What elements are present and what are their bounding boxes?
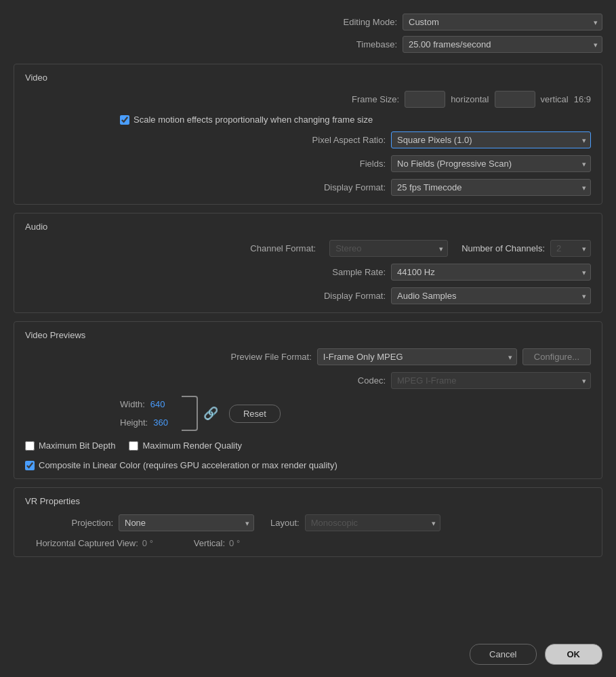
cancel-button[interactable]: Cancel [470, 644, 536, 665]
audio-display-format-label: Display Format: [297, 291, 386, 301]
codec-select-wrapper[interactable]: MPEG I-Frame [391, 372, 591, 389]
preview-format-row: Preview File Format: I-Frame Only MPEG C… [25, 348, 591, 365]
editing-mode-select-wrapper[interactable]: Custom [403, 14, 602, 30]
layout-select[interactable]: Monoscopic [305, 514, 440, 531]
width-row: Width: 640 [120, 399, 168, 409]
video-section-title: Video [25, 73, 591, 83]
preview-format-select[interactable]: I-Frame Only MPEG [317, 348, 517, 365]
max-bit-depth-item: Maximum Bit Depth [25, 440, 115, 451]
horizontal-label: horizontal [451, 94, 489, 104]
preview-checkboxes-row: Maximum Bit Depth Maximum Render Quality [25, 438, 591, 453]
pixel-aspect-select-wrapper[interactable]: Square Pixels (1.0) [391, 131, 591, 148]
num-channels-label: Number of Channels: [461, 243, 545, 253]
preview-format-select-wrapper[interactable]: I-Frame Only MPEG [317, 348, 517, 365]
max-render-quality-item: Maximum Render Quality [129, 440, 242, 451]
editing-mode-label: Editing Mode: [309, 17, 397, 27]
h-view-group: Horizontal Captured View: 0 ° [36, 538, 153, 548]
vr-angles-row: Horizontal Captured View: 0 ° Vertical: … [25, 538, 591, 548]
height-value: 360 [153, 417, 168, 428]
layout-group: Layout: Monoscopic [270, 514, 440, 531]
height-label: Height: [120, 417, 148, 428]
max-bit-depth-label: Maximum Bit Depth [39, 440, 115, 451]
max-render-quality-checkbox[interactable] [129, 441, 138, 451]
sample-rate-label: Sample Rate: [297, 267, 386, 277]
projection-select[interactable]: None [119, 514, 254, 531]
fields-select[interactable]: No Fields (Progressive Scan) [391, 155, 591, 172]
bottom-buttons: Cancel OK [14, 633, 602, 670]
channel-format-label: Channel Format: [228, 243, 316, 253]
projection-group: Projection: None [25, 514, 254, 531]
max-bit-depth-checkbox[interactable] [25, 441, 35, 451]
timebase-label: Timebase: [309, 39, 397, 49]
audio-channel-row: Channel Format: Stereo Number of Channel… [25, 240, 591, 257]
ok-button[interactable]: OK [545, 644, 603, 665]
dimensions-with-bracket: Width: 640 Height: 360 🔗 Reset [120, 396, 591, 431]
height-row: Height: 360 [120, 417, 168, 428]
h-view-value: 0 ° [142, 538, 153, 548]
sample-rate-select[interactable]: 44100 Hz [391, 264, 591, 281]
editing-mode-select[interactable]: Custom [403, 14, 602, 30]
num-channels-select[interactable]: 2 [550, 240, 591, 257]
fields-label: Fields: [297, 159, 386, 169]
scale-checkbox-row: Scale motion effects proportionally when… [25, 115, 591, 125]
video-display-format-row: Display Format: 25 fps Timecode [25, 179, 591, 196]
scale-checkbox-label: Scale motion effects proportionally when… [134, 115, 373, 125]
scale-checkbox[interactable] [120, 115, 129, 125]
composite-checkbox[interactable] [25, 461, 35, 470]
vr-section-title: VR Properties [25, 496, 591, 506]
layout-select-wrapper[interactable]: Monoscopic [305, 514, 440, 531]
vertical-view-group: Vertical: 0 ° [194, 538, 240, 548]
codec-select[interactable]: MPEG I-Frame [391, 372, 591, 389]
projection-select-wrapper[interactable]: None [119, 514, 254, 531]
video-display-format-select[interactable]: 25 fps Timecode [391, 179, 591, 196]
vr-section: VR Properties Projection: None Layout: M… [14, 487, 602, 557]
projection-label: Projection: [25, 518, 113, 528]
fields-select-wrapper[interactable]: No Fields (Progressive Scan) [391, 155, 591, 172]
channel-format-select[interactable]: Stereo [329, 240, 448, 257]
pixel-aspect-label: Pixel Aspect Ratio: [297, 135, 386, 145]
width-value: 640 [150, 399, 165, 409]
vertical-value: 0 ° [229, 538, 240, 548]
frame-size-row: Frame Size: 640 horizontal 360 vertical … [25, 91, 591, 108]
video-previews-fields: Preview File Format: I-Frame Only MPEG C… [25, 348, 591, 470]
video-section: Video Frame Size: 640 horizontal 360 ver… [14, 64, 602, 205]
reset-button[interactable]: Reset [229, 405, 281, 423]
timebase-select[interactable]: 25.00 frames/second [403, 36, 602, 53]
timebase-select-wrapper[interactable]: 25.00 frames/second [403, 36, 602, 53]
chain-icon: 🔗 [203, 406, 218, 421]
layout-label: Layout: [270, 518, 300, 528]
frame-height-input[interactable]: 360 [495, 91, 535, 108]
vr-projection-row: Projection: None Layout: Monoscopic [25, 514, 591, 531]
vertical-label: vertical [541, 94, 569, 104]
video-previews-title: Video Previews [25, 330, 591, 340]
timebase-row: Timebase: 25.00 frames/second [14, 36, 602, 53]
audio-display-format-select[interactable]: Audio Samples [391, 287, 591, 304]
frame-size-label: Frame Size: [311, 94, 399, 104]
preview-format-label: Preview File Format: [224, 352, 312, 362]
num-channels-group: Number of Channels: 2 [461, 240, 591, 257]
num-channels-select-wrapper[interactable]: 2 [550, 240, 591, 257]
composite-checkbox-item: Composite in Linear Color (requires GPU … [25, 460, 591, 470]
video-previews-section: Video Previews Preview File Format: I-Fr… [14, 321, 602, 479]
audio-display-format-select-wrapper[interactable]: Audio Samples [391, 287, 591, 304]
pixel-aspect-select[interactable]: Square Pixels (1.0) [391, 131, 591, 148]
editing-mode-row: Editing Mode: Custom [14, 14, 602, 30]
width-label: Width: [120, 399, 145, 409]
video-display-format-select-wrapper[interactable]: 25 fps Timecode [391, 179, 591, 196]
composite-label: Composite in Linear Color (requires GPU … [39, 460, 337, 470]
codec-row: Codec: MPEG I-Frame [25, 372, 591, 389]
video-display-format-label: Display Format: [297, 182, 386, 192]
max-render-quality-label: Maximum Render Quality [142, 440, 242, 451]
codec-label: Codec: [297, 375, 386, 386]
h-view-label: Horizontal Captured View: [36, 538, 138, 548]
channel-format-select-wrapper[interactable]: Stereo [329, 240, 448, 257]
pixel-aspect-row: Pixel Aspect Ratio: Square Pixels (1.0) [25, 131, 591, 148]
audio-display-format-row: Display Format: Audio Samples [25, 287, 591, 304]
fields-row: Fields: No Fields (Progressive Scan) [25, 155, 591, 172]
audio-section: Audio Channel Format: Stereo Number of C… [14, 213, 602, 313]
dimensions-container: Width: 640 Height: 360 🔗 Reset [25, 396, 591, 431]
wh-fields: Width: 640 Height: 360 [120, 399, 168, 428]
frame-width-input[interactable]: 640 [405, 91, 445, 108]
sample-rate-select-wrapper[interactable]: 44100 Hz [391, 264, 591, 281]
configure-button[interactable]: Configure... [522, 348, 591, 365]
